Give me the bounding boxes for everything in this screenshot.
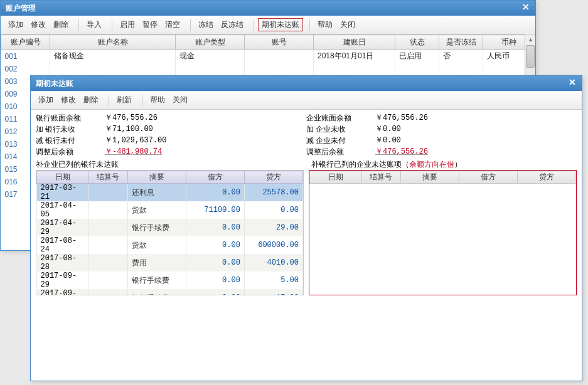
col-settle-no[interactable]: 结算号 — [88, 171, 127, 184]
cell: 71100.00 — [186, 201, 244, 219]
scroll-up-icon[interactable]: ▴ — [525, 34, 535, 45]
cell: 25578.00 — [244, 184, 302, 202]
cell: 还利息 — [127, 184, 186, 202]
cell: 2017-03-21 — [37, 184, 89, 202]
tb-add[interactable]: 添加 — [4, 18, 27, 31]
cell: 货款 — [127, 236, 186, 254]
col-debit[interactable]: 借方 — [186, 171, 244, 184]
summary-value: ￥476,556.26 — [375, 112, 451, 124]
cell: 0.00 — [186, 289, 244, 295]
scroll-thumb[interactable] — [526, 45, 535, 68]
tb-help[interactable]: 帮助 — [146, 93, 169, 107]
cell: 现金 — [176, 50, 245, 63]
outstanding-window: 期初未达账 ✕ 添加 修改 删除 刷新 帮助 关闭 银行账面余额￥476,556… — [30, 75, 582, 381]
cell — [314, 63, 395, 75]
col-account-id[interactable]: 账户编号 — [1, 35, 50, 50]
win2-title: 期初未达账 — [36, 79, 73, 88]
toolbar-separator — [78, 19, 79, 31]
cell: 银行手续费 — [127, 289, 186, 295]
win2-titlebar[interactable]: 期初未达账 ✕ — [31, 76, 582, 91]
tb-delete[interactable]: 删除 — [80, 93, 102, 107]
tb-initial-outstanding[interactable]: 期初未达账 — [258, 18, 303, 31]
summary-label: 银行账面余额 — [36, 112, 105, 124]
right-section-title: 补银行已列的企业未达账项（余额方向在借） — [306, 159, 582, 170]
right-table-wrap: 日期 结算号 摘要 借方 贷方 — [309, 170, 577, 295]
col-account-type[interactable]: 账户类型 — [176, 35, 245, 50]
tb-import[interactable]: 导入 — [83, 18, 105, 31]
col-create-date[interactable]: 建账日 — [314, 35, 395, 50]
close-icon[interactable]: ✕ — [520, 2, 532, 13]
col-date[interactable]: 日期 — [37, 171, 89, 184]
table-row[interactable]: 2017-08-28费用0.004010.00 — [37, 254, 303, 272]
summary-value: ￥1,029,637.00 — [105, 135, 180, 146]
table-row[interactable]: 2017-09-29银行手续费0.005.00 — [37, 272, 303, 289]
col-status[interactable]: 状态 — [395, 35, 439, 50]
tb-pause[interactable]: 暂停 — [139, 18, 161, 31]
summary-row: 加 银行未收￥71,100.00 — [36, 124, 306, 135]
summary-label: 加 银行未收 — [36, 124, 105, 135]
tb-enable[interactable]: 启用 — [116, 18, 139, 31]
enterprise-outstanding-table[interactable]: 日期 结算号 摘要 借方 贷方 — [309, 171, 576, 184]
col-credit[interactable]: 贷方 — [517, 171, 575, 184]
table-row[interactable]: 2017-09-29银行手续费0.0015.00 — [37, 289, 303, 295]
cell: 2017-09-29 — [37, 289, 89, 295]
cell: 0.00 — [186, 184, 244, 202]
toolbar-separator — [309, 19, 310, 31]
cell: 2017-04-05 — [37, 201, 89, 219]
col-settle-no[interactable]: 结算号 — [361, 171, 400, 184]
table-row[interactable]: 001储备现金现金2018年01月01日已启用否人民币 — [1, 50, 535, 63]
accounts-header-row: 账户编号 账户名称 账户类型 账号 建账日 状态 是否冻结 币种 — [1, 35, 535, 50]
cell: 4010.00 — [244, 254, 302, 272]
col-summary[interactable]: 摘要 — [400, 171, 459, 184]
cell — [176, 63, 245, 75]
table-row[interactable]: 002 — [1, 63, 535, 75]
tb-add[interactable]: 添加 — [35, 93, 57, 107]
cell: 29.00 — [244, 219, 302, 236]
right-section-prefix: 补银行已列的企业未达账项（ — [311, 160, 409, 169]
table-row[interactable]: 2017-04-29银行手续费0.0029.00 — [37, 219, 303, 236]
cell: 2017-08-24 — [37, 236, 89, 254]
bank-outstanding-table[interactable]: 日期 结算号 摘要 借方 贷方 2017-03-21还利息0.0025578.0… — [36, 171, 303, 295]
col-account-name[interactable]: 账户名称 — [50, 35, 176, 50]
col-account-no[interactable]: 账号 — [245, 35, 314, 50]
tb-clear[interactable]: 清空 — [161, 18, 184, 31]
tb-refresh[interactable]: 刷新 — [113, 93, 136, 107]
balance-direction-note: 余额方向在借 — [409, 160, 454, 169]
col-debit[interactable]: 借方 — [459, 171, 517, 184]
summary-row: 加 企业未收￥0.00 — [306, 124, 577, 135]
win1-title: 账户管理 — [6, 4, 36, 13]
col-summary[interactable]: 摘要 — [127, 171, 186, 184]
cell: 2017-08-28 — [37, 254, 89, 272]
col-credit[interactable]: 贷方 — [244, 171, 302, 184]
tb-close[interactable]: 关闭 — [169, 93, 191, 107]
summary-label: 加 企业未收 — [306, 124, 375, 135]
cell: 货款 — [127, 201, 186, 219]
cell: 费用 — [127, 254, 186, 272]
col-date[interactable]: 日期 — [310, 171, 362, 184]
col-frozen[interactable]: 是否冻结 — [439, 35, 483, 50]
summary-label: 减 企业未付 — [306, 135, 375, 146]
tb-help[interactable]: 帮助 — [314, 18, 336, 31]
summary-label: 减 银行未付 — [36, 135, 105, 146]
close-icon[interactable]: ✕ — [567, 77, 578, 88]
tb-freeze[interactable]: 冻结 — [195, 18, 217, 31]
toolbar-separator — [254, 19, 254, 31]
summary-row: 调整后余额￥-481,980.74 — [36, 146, 306, 157]
table-row[interactable]: 2017-03-21还利息0.0025578.00 — [37, 184, 303, 202]
cell: 2017-04-29 — [37, 219, 89, 236]
cell — [245, 63, 314, 75]
tables-row: 日期 结算号 摘要 借方 贷方 2017-03-21还利息0.0025578.0… — [31, 170, 582, 300]
tb-close[interactable]: 关闭 — [336, 18, 359, 31]
summary-panel: 银行账面余额￥476,556.26加 银行未收￥71,100.00减 银行未付￥… — [31, 110, 582, 159]
toolbar-separator — [142, 95, 142, 106]
table-row[interactable]: 2017-08-24货款0.00600000.00 — [37, 236, 303, 254]
win1-toolbar: 添加 修改 删除 导入 启用 暂停 清空 冻结 反冻结 期初未达账 帮助 关闭 — [1, 16, 535, 34]
table-row[interactable]: 2017-04-05货款71100.000.00 — [37, 201, 303, 219]
cell: 2017-09-29 — [37, 272, 89, 289]
win1-titlebar[interactable]: 账户管理 ✕ — [1, 1, 535, 16]
tb-unfreeze[interactable]: 反冻结 — [217, 18, 247, 31]
cell — [88, 236, 127, 254]
tb-edit[interactable]: 修改 — [27, 18, 50, 31]
tb-delete[interactable]: 删除 — [50, 18, 72, 31]
tb-edit[interactable]: 修改 — [57, 93, 80, 107]
